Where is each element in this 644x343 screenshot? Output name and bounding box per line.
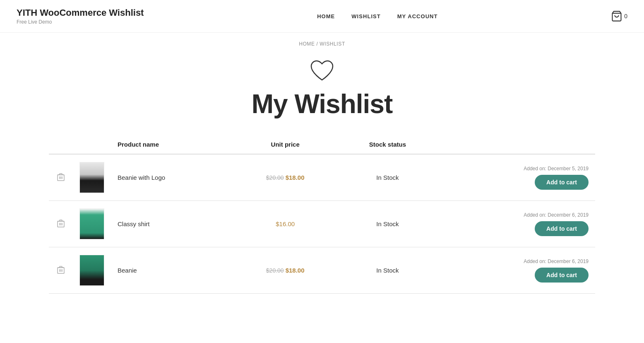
product-stock-cell: In Stock	[337, 201, 438, 247]
product-name-link[interactable]: Beanie	[118, 267, 137, 274]
product-name-cell: Classy shirt	[111, 201, 233, 247]
table-row: Beanie with Logo $20.00$18.00 In Stock A…	[49, 154, 595, 201]
product-image-cell	[73, 247, 111, 294]
table-row: Beanie $20.00$18.00 In Stock Added on: D…	[49, 247, 595, 294]
stock-status: In Stock	[376, 174, 399, 181]
remove-button[interactable]	[55, 264, 66, 277]
product-action-cell: Added on: December 6, 2019 Add to cart	[438, 247, 595, 294]
trash-icon	[57, 219, 65, 227]
add-to-cart-button[interactable]: Add to cart	[535, 175, 589, 190]
add-to-cart-button[interactable]: Add to cart	[535, 268, 589, 283]
col-header-image	[73, 136, 111, 154]
col-header-product-name: Product name	[111, 136, 233, 154]
breadcrumb-separator: /	[315, 41, 320, 47]
cart-count: 0	[624, 13, 627, 19]
table-header-row: Product name Unit price Stock status	[49, 136, 595, 154]
action-wrapper: Added on: December 6, 2019 Add to cart	[445, 212, 589, 236]
product-thumbnail	[79, 162, 104, 193]
header: YITH WooCommerce Wishlist Free Live Demo…	[0, 0, 644, 33]
remove-button[interactable]	[55, 171, 66, 184]
action-wrapper: Added on: December 6, 2019 Add to cart	[445, 258, 589, 283]
remove-cell	[49, 154, 73, 201]
remove-cell	[49, 201, 73, 247]
product-name-cell: Beanie with Logo	[111, 154, 233, 201]
product-stock-cell: In Stock	[337, 247, 438, 294]
stock-status: In Stock	[376, 220, 399, 227]
page-hero: My Wishlist	[0, 51, 644, 136]
price-original: $20.00	[266, 174, 284, 181]
price-original: $20.00	[266, 267, 284, 274]
nav-home[interactable]: HOME	[317, 13, 335, 19]
cart-svg	[611, 10, 622, 22]
wishlist-container: Product name Unit price Stock status	[32, 136, 612, 319]
remove-cell	[49, 247, 73, 294]
wishlist-table: Product name Unit price Stock status	[49, 136, 595, 294]
product-price-cell: $20.00$18.00	[233, 247, 337, 294]
price-sale: $18.00	[286, 174, 305, 181]
table-row: Classy shirt $16.00 In Stock Added on: D…	[49, 201, 595, 247]
heart-icon	[310, 59, 334, 82]
product-price-cell: $20.00$18.00	[233, 154, 337, 201]
added-date: Added on: December 6, 2019	[524, 258, 589, 264]
stock-status: In Stock	[376, 267, 399, 274]
product-thumbnail	[79, 208, 104, 239]
product-thumbnail	[79, 255, 104, 286]
product-name-link[interactable]: Classy shirt	[118, 220, 150, 227]
col-header-action	[438, 136, 595, 154]
breadcrumb-current: WISHLIST	[320, 41, 345, 47]
main-nav: HOME WISHLIST MY ACCOUNT	[317, 13, 437, 19]
site-subtitle: Free Live Demo	[17, 19, 144, 25]
product-price-cell: $16.00	[233, 201, 337, 247]
add-to-cart-button[interactable]: Add to cart	[535, 221, 589, 236]
product-stock-cell: In Stock	[337, 154, 438, 201]
breadcrumb: HOME / WISHLIST	[0, 33, 644, 51]
cart-icon[interactable]: 0	[611, 10, 627, 22]
col-header-unit-price: Unit price	[233, 136, 337, 154]
trash-icon	[57, 173, 65, 181]
nav-wishlist[interactable]: WISHLIST	[351, 13, 380, 19]
trash-icon	[57, 266, 65, 274]
product-name-link[interactable]: Beanie with Logo	[118, 174, 165, 181]
page-title: My Wishlist	[0, 89, 644, 119]
col-header-stock-status: Stock status	[337, 136, 438, 154]
site-logo[interactable]: YITH WooCommerce Wishlist Free Live Demo	[17, 7, 144, 25]
added-date: Added on: December 6, 2019	[524, 212, 589, 218]
product-action-cell: Added on: December 5, 2019 Add to cart	[438, 154, 595, 201]
product-action-cell: Added on: December 6, 2019 Add to cart	[438, 201, 595, 247]
product-image-cell	[73, 201, 111, 247]
nav-my-account[interactable]: MY ACCOUNT	[397, 13, 438, 19]
col-header-remove	[49, 136, 73, 154]
added-date: Added on: December 5, 2019	[524, 166, 589, 172]
site-title: YITH WooCommerce Wishlist	[17, 7, 144, 18]
price-regular: $16.00	[276, 220, 295, 227]
remove-button[interactable]	[55, 217, 66, 230]
breadcrumb-home[interactable]: HOME	[299, 41, 315, 47]
product-image-cell	[73, 154, 111, 201]
product-name-cell: Beanie	[111, 247, 233, 294]
action-wrapper: Added on: December 5, 2019 Add to cart	[445, 166, 589, 190]
price-sale: $18.00	[286, 267, 305, 274]
